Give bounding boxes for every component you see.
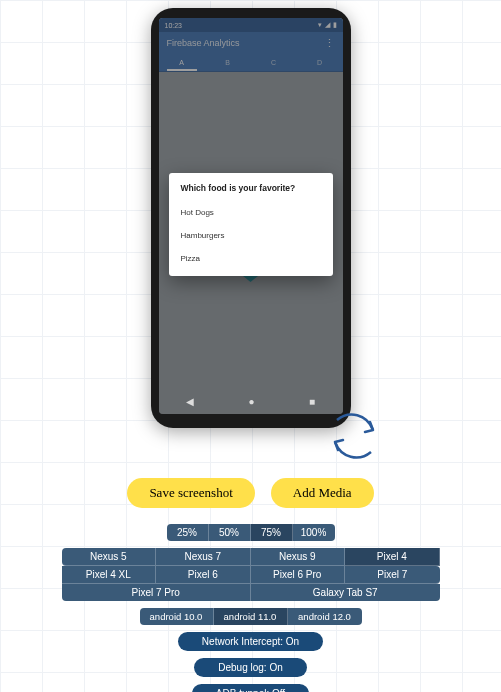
save-screenshot-button[interactable]: Save screenshot bbox=[127, 478, 254, 508]
nav-back-icon[interactable]: ◀ bbox=[186, 396, 194, 407]
device-selector-row1: Nexus 5 Nexus 7 Nexus 9 Pixel 4 Pixel 4 … bbox=[62, 548, 440, 584]
device-pixel4xl[interactable]: Pixel 4 XL bbox=[62, 566, 157, 584]
zoom-50[interactable]: 50% bbox=[209, 524, 251, 541]
zoom-75[interactable]: 75% bbox=[251, 524, 293, 541]
device-frame: 10:23 ▾ ◢ ▮ Firebase Analytics ⋮ A B C D bbox=[151, 8, 351, 428]
device-screen: 10:23 ▾ ◢ ▮ Firebase Analytics ⋮ A B C D bbox=[159, 18, 343, 414]
device-pixel4[interactable]: Pixel 4 bbox=[345, 548, 440, 566]
zoom-100[interactable]: 100% bbox=[293, 524, 335, 541]
device-pixel7[interactable]: Pixel 7 bbox=[345, 566, 440, 584]
android-nav-bar: ◀ ● ■ bbox=[159, 391, 343, 411]
device-nexus5[interactable]: Nexus 5 bbox=[62, 548, 157, 566]
dialog-title: Which food is your favorite? bbox=[181, 183, 321, 193]
dialog-option-pizza[interactable]: Pizza bbox=[181, 247, 321, 270]
nav-home-icon[interactable]: ● bbox=[248, 396, 254, 407]
device-pixel7pro[interactable]: Pixel 7 Pro bbox=[62, 584, 252, 601]
device-galaxytabs7[interactable]: Galaxy Tab S7 bbox=[251, 584, 440, 601]
food-dialog: Which food is your favorite? Hot Dogs Ha… bbox=[169, 173, 333, 276]
nav-recent-icon[interactable]: ■ bbox=[309, 396, 315, 407]
zoom-selector: 25% 50% 75% 100% bbox=[167, 524, 335, 541]
device-selector-row3: Pixel 7 Pro Galaxy Tab S7 bbox=[62, 584, 440, 601]
device-nexus9[interactable]: Nexus 9 bbox=[251, 548, 346, 566]
rotate-device-icon[interactable] bbox=[329, 408, 379, 464]
os-android10[interactable]: android 10.0 bbox=[140, 608, 214, 625]
dialog-option-hotdogs[interactable]: Hot Dogs bbox=[181, 201, 321, 224]
device-nexus7[interactable]: Nexus 7 bbox=[156, 548, 251, 566]
os-android11[interactable]: android 11.0 bbox=[214, 608, 288, 625]
device-pixel6[interactable]: Pixel 6 bbox=[156, 566, 251, 584]
adb-tunnel-toggle[interactable]: ADB tunnel: Off bbox=[192, 684, 309, 692]
add-media-button[interactable]: Add Media bbox=[271, 478, 374, 508]
network-intercept-toggle[interactable]: Network Intercept: On bbox=[178, 632, 323, 651]
dialog-option-hamburgers[interactable]: Hamburgers bbox=[181, 224, 321, 247]
os-selector: android 10.0 android 11.0 android 12.0 bbox=[140, 608, 362, 625]
device-pixel6pro[interactable]: Pixel 6 Pro bbox=[251, 566, 346, 584]
action-row: Save screenshot Add Media bbox=[127, 478, 373, 508]
os-android12[interactable]: android 12.0 bbox=[288, 608, 362, 625]
debug-log-toggle[interactable]: Debug log: On bbox=[194, 658, 307, 677]
zoom-25[interactable]: 25% bbox=[167, 524, 209, 541]
